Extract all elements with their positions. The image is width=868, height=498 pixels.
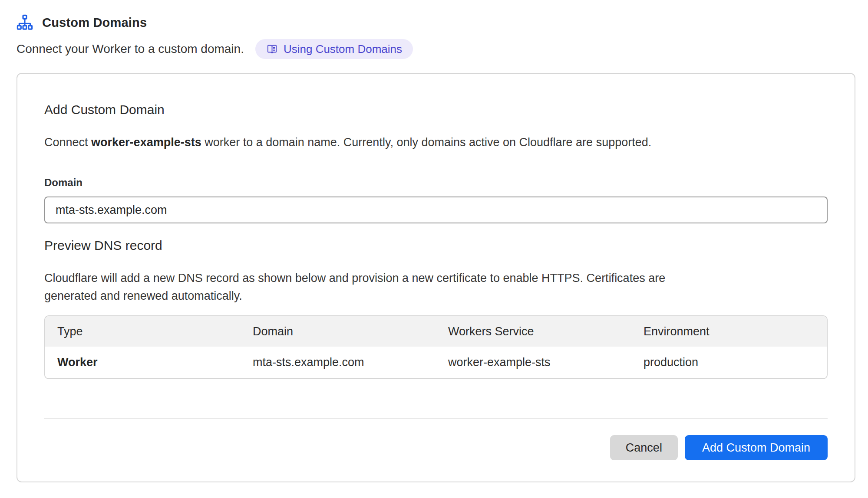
preview-dns-description: Cloudflare will add a new DNS record as … — [44, 269, 691, 305]
cancel-button[interactable]: Cancel — [610, 435, 678, 460]
description-prefix: Connect — [44, 136, 91, 149]
table-header-cell: Type — [45, 316, 241, 347]
card-heading: Add Custom Domain — [44, 102, 828, 117]
custom-domains-page: Custom Domains Connect your Worker to a … — [0, 0, 868, 482]
table-header-row: TypeDomainWorkers ServiceEnvironment — [45, 316, 827, 347]
table-cell: Worker — [45, 347, 241, 378]
add-custom-domain-button[interactable]: Add Custom Domain — [685, 435, 828, 460]
domain-input[interactable] — [44, 197, 828, 223]
domain-label: Domain — [44, 177, 828, 189]
description-suffix: worker to a domain name. Currently, only… — [201, 136, 652, 149]
add-custom-domain-card: Add Custom Domain Connect worker-example… — [17, 73, 855, 482]
book-icon — [266, 43, 278, 55]
page-title: Custom Domains — [42, 16, 147, 30]
dns-preview-table: TypeDomainWorkers ServiceEnvironment Wor… — [44, 315, 828, 379]
table-cell: production — [631, 347, 827, 378]
action-buttons: Cancel Add Custom Domain — [44, 435, 828, 460]
page-subheader: Connect your Worker to a custom domain. … — [17, 39, 851, 59]
table-header-cell: Domain — [241, 316, 436, 347]
sitemap-icon — [17, 14, 33, 31]
using-custom-domains-label: Using Custom Domains — [284, 43, 402, 56]
table-header-cell: Environment — [631, 316, 827, 347]
footer-divider — [44, 418, 828, 419]
table-row: Workermta-sts.example.comworker-example-… — [45, 347, 827, 378]
using-custom-domains-link[interactable]: Using Custom Domains — [255, 39, 413, 59]
page-header: Custom Domains — [17, 13, 851, 32]
worker-name: worker-example-sts — [91, 136, 201, 149]
table-cell: worker-example-sts — [436, 347, 631, 378]
page-subtitle: Connect your Worker to a custom domain. — [17, 42, 244, 56]
preview-dns-heading: Preview DNS record — [44, 238, 828, 253]
table-cell: mta-sts.example.com — [241, 347, 436, 378]
card-description: Connect worker-example-sts worker to a d… — [44, 134, 828, 151]
table-header-cell: Workers Service — [436, 316, 631, 347]
